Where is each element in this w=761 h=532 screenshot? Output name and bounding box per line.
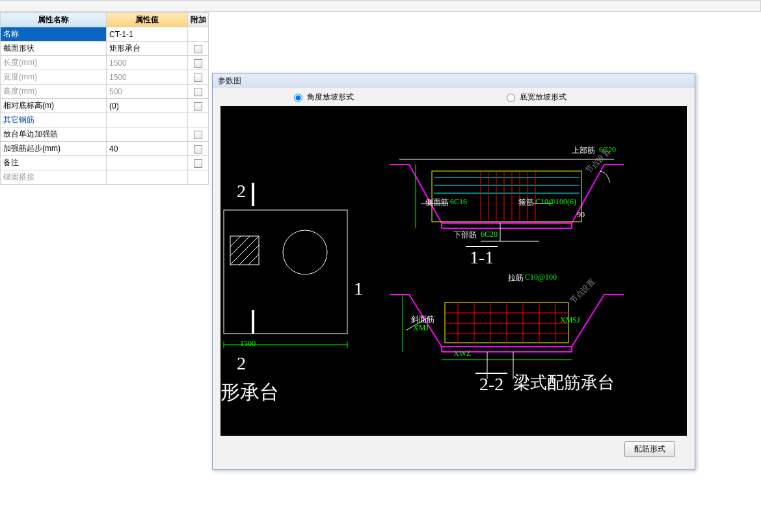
plan-big-label: 形承台 [220, 379, 279, 406]
prop-name: 备注 [1, 156, 107, 170]
prop-value[interactable] [107, 156, 188, 170]
table-row[interactable]: 相对底标高(m)(0) [1, 99, 209, 113]
prop-value[interactable] [107, 113, 188, 127]
prop-value[interactable] [107, 127, 188, 142]
radio-angle-slope-input[interactable] [294, 94, 302, 102]
prop-value[interactable]: (0) [107, 99, 188, 113]
rebar-form-button[interactable]: 配筋形式 [624, 441, 675, 457]
radio-angle-slope[interactable]: 角度放坡形式 [291, 92, 354, 103]
param-dialog: 参数图 角度放坡形式 底宽放坡形式 2 2 [212, 73, 695, 470]
plan-num-2-top: 2 [237, 181, 246, 202]
table-row[interactable]: 高度(mm)500 [1, 85, 209, 99]
plan-sec-2-line [247, 180, 286, 336]
prop-extra[interactable] [188, 70, 209, 85]
col-header-extra[interactable]: 附加 [188, 13, 209, 27]
table-row[interactable]: 放台单边加强筋 [1, 127, 209, 142]
prop-name: 加强筋起步(mm) [1, 142, 107, 156]
property-table: 属性名称 属性值 附加 名称CT-1-1截面形状矩形承台长度(mm)1500宽度… [0, 12, 209, 185]
table-row[interactable]: 宽度(mm)1500 [1, 70, 209, 85]
radio-row: 角度放坡形式 底宽放坡形式 [213, 88, 695, 106]
s2-xmj: XMJ [413, 323, 429, 333]
prop-name: 相对底标高(m) [1, 99, 107, 113]
s1-side-label: 侧面筋 [425, 197, 449, 208]
prop-name: 名称 [1, 27, 107, 42]
prop-extra[interactable] [188, 113, 209, 127]
table-row[interactable]: 备注 [1, 156, 209, 170]
svg-rect-17 [432, 171, 581, 222]
prop-extra[interactable] [188, 99, 209, 113]
s1-stirrup-spec: C10@100(6) [535, 197, 576, 207]
s1-top-label: 上部筋 [572, 145, 595, 156]
checkbox-icon[interactable] [194, 59, 202, 68]
table-row[interactable]: 截面形状矩形承台 [1, 42, 209, 56]
prop-extra[interactable] [188, 142, 209, 156]
prop-name: 宽度(mm) [1, 70, 107, 85]
s2-tie-spec: C10@100 [525, 273, 557, 282]
s2-tie-label: 拉筋 [508, 273, 524, 284]
prop-value[interactable]: 1500 [107, 70, 188, 85]
prop-extra[interactable] [188, 85, 209, 99]
drawing-canvas[interactable]: 2 2 1 1500 形承台 [220, 106, 687, 436]
section-1-1-svg [383, 145, 624, 262]
prop-value[interactable]: 40 [107, 142, 188, 156]
radio-bottom-width-slope[interactable]: 底宽放坡形式 [503, 92, 567, 103]
prop-value[interactable]: 1500 [107, 56, 188, 70]
prop-value[interactable]: 500 [107, 85, 188, 99]
col-header-value[interactable]: 属性值 [107, 13, 188, 27]
table-row[interactable]: 其它钢筋 [1, 113, 209, 127]
prop-value[interactable]: 矩形承台 [107, 42, 188, 56]
s2-xwz: XWZ [453, 349, 471, 358]
plan-dim-1500: 1500 [240, 339, 256, 349]
table-row[interactable]: 锚固搭接 [1, 170, 209, 185]
s1-angle: 90 [577, 210, 585, 220]
prop-name: 其它钢筋 [1, 113, 107, 127]
table-row[interactable]: 名称CT-1-1 [1, 27, 209, 42]
svg-line-4 [230, 236, 241, 246]
prop-name: 长度(mm) [1, 56, 107, 70]
checkbox-icon[interactable] [194, 102, 202, 111]
dialog-title: 参数图 [213, 73, 695, 88]
table-row[interactable]: 长度(mm)1500 [1, 56, 209, 70]
plan-num-1: 1 [354, 278, 363, 299]
prop-value[interactable]: CT-1-1 [107, 27, 188, 42]
prop-name: 高度(mm) [1, 85, 107, 99]
prop-value[interactable] [107, 170, 188, 185]
radio-bottom-width-slope-label: 底宽放坡形式 [520, 92, 567, 103]
checkbox-icon[interactable] [194, 88, 202, 96]
s1-side-spec: 6C16 [450, 197, 467, 207]
prop-extra[interactable] [188, 156, 209, 170]
checkbox-icon[interactable] [194, 131, 202, 139]
checkbox-icon[interactable] [194, 145, 202, 153]
prop-extra[interactable] [188, 56, 209, 70]
checkbox-icon[interactable] [194, 45, 202, 53]
checkbox-icon[interactable] [194, 73, 202, 82]
s1-bottom-label: 下部筋 [453, 230, 477, 241]
s2-title: 2-2 [475, 373, 507, 395]
prop-extra[interactable] [188, 27, 209, 42]
toolbar-strip [0, 0, 761, 12]
prop-extra[interactable] [188, 127, 209, 142]
s1-bottom-spec: 6C20 [481, 230, 498, 239]
dialog-button-row: 配筋形式 [213, 436, 695, 462]
prop-extra[interactable] [188, 42, 209, 56]
s1-stirrup-label: 箍筋 [518, 197, 534, 208]
s2-xmsj: XMSJ [560, 315, 580, 325]
prop-name: 锚固搭接 [1, 170, 107, 185]
svg-point-7 [283, 230, 327, 274]
col-header-name[interactable]: 属性名称 [1, 13, 107, 27]
prop-name: 放台单边加强筋 [1, 127, 107, 142]
plan-num-2-bot: 2 [237, 353, 246, 374]
svg-rect-0 [224, 210, 347, 334]
table-row[interactable]: 加强筋起步(mm)40 [1, 142, 209, 156]
prop-name: 截面形状 [1, 42, 107, 56]
prop-extra[interactable] [188, 170, 209, 185]
s1-title: 1-1 [466, 246, 498, 268]
radio-bottom-width-slope-input[interactable] [507, 94, 515, 102]
checkbox-icon[interactable] [194, 159, 202, 168]
radio-angle-slope-label: 角度放坡形式 [307, 92, 354, 103]
s2-big-label: 梁式配筋承台 [513, 371, 615, 394]
